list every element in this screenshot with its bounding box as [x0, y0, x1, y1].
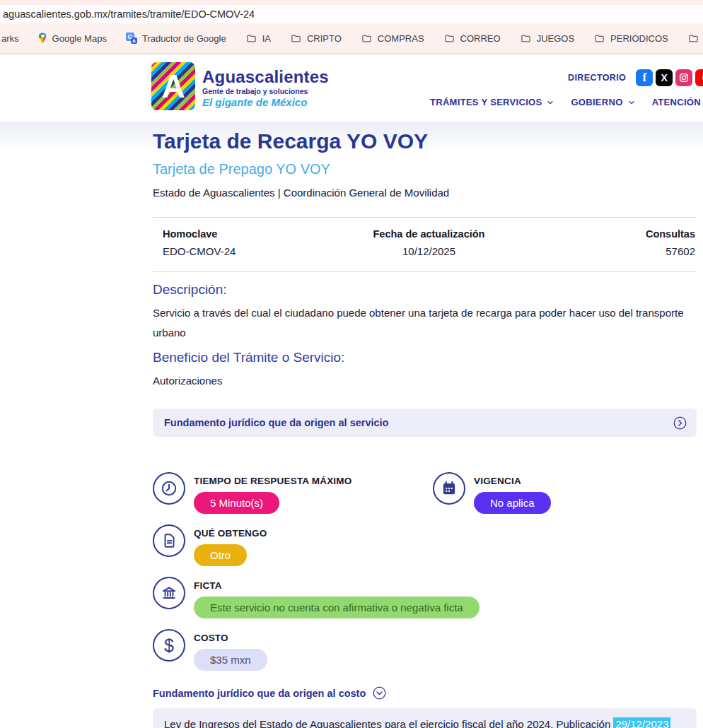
beneficio-body: Autorizaciones [153, 371, 694, 391]
folder-icon [443, 33, 455, 44]
accordion-fundamento-servicio[interactable]: Fundamento jurídico que da origen al ser… [153, 409, 697, 437]
folder-icon [361, 33, 373, 44]
url-text: aguascalientes.gob.mx/tramites/tramite/E… [3, 8, 255, 20]
browser-top-strip [0, 0, 703, 5]
column-header: Fecha de actualización [340, 228, 518, 240]
aguascalientes-logo[interactable]: A Aguascalientes Gente de trabajo y solu… [151, 62, 329, 110]
bank-icon [153, 577, 185, 609]
main-nav: TRÁMITES Y SERVICIOS GOBIERNO ATENCIÓN C… [430, 97, 703, 107]
tiempo-badge: 5 Minuto(s) [194, 492, 279, 514]
vigencia-badge: No aplica [474, 492, 551, 514]
instagram-icon[interactable] [675, 69, 692, 86]
folder-icon [290, 33, 302, 44]
chevron-down-icon [628, 99, 635, 106]
bookmark-google-maps[interactable]: Google Maps [38, 33, 107, 44]
info-col-consultas: Consultas 57602 [518, 228, 697, 257]
feature-label: VIGENCIA [474, 476, 551, 486]
descripcion-body: Servicio a través del cual el ciudadano … [153, 303, 694, 343]
folder-icon [593, 33, 605, 44]
calendar-icon [433, 472, 465, 505]
logo-mark-icon: A [151, 62, 195, 110]
feature-que-obtengo: QUÉ OBTENGO Otro [153, 524, 267, 566]
accordion-label: Fundamento jurídico que da origen al ser… [164, 417, 388, 428]
bookmark-folder-periodicos[interactable]: PERIODICOS [593, 33, 668, 44]
clock-icon [153, 472, 185, 505]
fundamento-costo-label: Fundamento jurídico que da origen al cos… [153, 688, 366, 699]
feature-vigencia: VIGENCIA No aplica [433, 472, 551, 514]
bookmark-truncated[interactable]: arks [1, 33, 19, 44]
bookmark-folder-juegos[interactable]: JUEGOS [520, 33, 574, 44]
law-text: Ley de Ingresos del Estado de Aguascalie… [164, 718, 613, 728]
organization-line: Estado de Aguascalientes | Coordinación … [153, 187, 697, 199]
bookmarks-bar: arks Google Maps Ga Traductor de Google … [0, 23, 703, 54]
info-col-homoclave: Homoclave EDO-CMOV-24 [153, 228, 340, 257]
feature-tiempo-respuesta: TIEMPO DE RESPUESTA MÁXIMO 5 Minuto(s) [153, 472, 433, 514]
descripcion-heading: Descripción: [153, 282, 697, 298]
bookmark-folder-correo[interactable]: CORREO [443, 33, 501, 44]
fecha-value: 10/12/2025 [340, 245, 518, 257]
column-header: Homoclave [163, 228, 340, 240]
feature-label: QUÉ OBTENGO [194, 528, 267, 539]
youtube-icon[interactable] [695, 69, 703, 86]
feature-costo: $ COSTO $35 mxn [153, 629, 267, 671]
page-title: Tarjeta de Recarga YO VOY [153, 129, 697, 154]
costo-badge: $35 mxn [194, 649, 267, 671]
feature-ficta: FICTA Este servicio no cuenta con afirma… [153, 577, 480, 618]
directorio-link[interactable]: DIRECTORIO [568, 73, 626, 83]
tramite-features: TIEMPO DE RESPUESTA MÁXIMO 5 Minuto(s) V… [153, 472, 697, 671]
nav-atencion-ciudadana[interactable]: ATENCIÓN CIUDADA [652, 97, 703, 107]
ficta-badge: Este servicio no cuenta con afirmativa o… [194, 597, 480, 618]
chevron-down-icon [547, 99, 554, 106]
bookmark-folder-ia[interactable]: IA [245, 33, 271, 44]
fundamento-costo-toggle[interactable]: Fundamento jurídico que da origen al cos… [153, 686, 697, 700]
site-header: A Aguascalientes Gente de trabajo y solu… [0, 54, 703, 122]
translate-icon: Ga [126, 33, 137, 44]
column-header: Consultas [518, 228, 695, 240]
x-twitter-icon[interactable]: X [656, 69, 673, 86]
chevron-down-circle-icon[interactable] [373, 686, 386, 700]
tramite-info-table: Homoclave EDO-CMOV-24 Fecha de actualiza… [153, 217, 697, 272]
facebook-icon[interactable]: f [636, 69, 653, 86]
dollar-icon: $ [153, 629, 185, 662]
document-icon [153, 524, 185, 557]
bookmark-folder-cripto[interactable]: CRIPTO [290, 33, 342, 44]
bookmark-traductor[interactable]: Ga Traductor de Google [126, 33, 226, 44]
consultas-value: 57602 [518, 245, 695, 257]
logo-tagline: El gigante de México [202, 96, 329, 108]
highlighted-date: 29/12/2023 [613, 717, 670, 728]
tramite-detail: Tarjeta de Recarga YO VOY Tarjeta de Pre… [153, 122, 697, 728]
nav-gobierno[interactable]: GOBIERNO [571, 97, 634, 107]
feature-label: COSTO [194, 633, 267, 643]
feature-label: TIEMPO DE RESPUESTA MÁXIMO [194, 476, 352, 486]
bookmark-folder-compras[interactable]: COMPRAS [361, 33, 424, 44]
logo-name: Aguascalientes [202, 68, 329, 86]
logo-slogan: Gente de trabajo y soluciones [202, 87, 329, 95]
chevron-right-circle-icon[interactable] [673, 416, 687, 430]
folder-icon [245, 33, 257, 44]
page-subtitle: Tarjeta de Prepago YO VOY [153, 161, 697, 177]
homoclave-value: EDO-CMOV-24 [163, 245, 340, 257]
info-col-fecha: Fecha de actualización 10/12/2025 [340, 228, 518, 257]
nav-tramites-y-servicios[interactable]: TRÁMITES Y SERVICIOS [430, 97, 554, 107]
bookmark-folder-derecho[interactable]: DERECHO [687, 33, 703, 44]
que-obtengo-badge: Otro [194, 544, 247, 566]
address-bar[interactable]: aguascalientes.gob.mx/tramites/tramite/E… [0, 5, 703, 23]
folder-icon [520, 33, 532, 44]
maps-pin-icon [38, 33, 47, 44]
browser-window: aguascalientes.gob.mx/tramites/tramite/E… [0, 0, 703, 728]
feature-label: FICTA [194, 580, 480, 591]
beneficio-heading: Beneficio del Trámite o Servicio: [153, 350, 697, 365]
fundamento-costo-body: Ley de Ingresos del Estado de Aguascalie… [153, 708, 697, 728]
folder-icon [687, 33, 699, 44]
